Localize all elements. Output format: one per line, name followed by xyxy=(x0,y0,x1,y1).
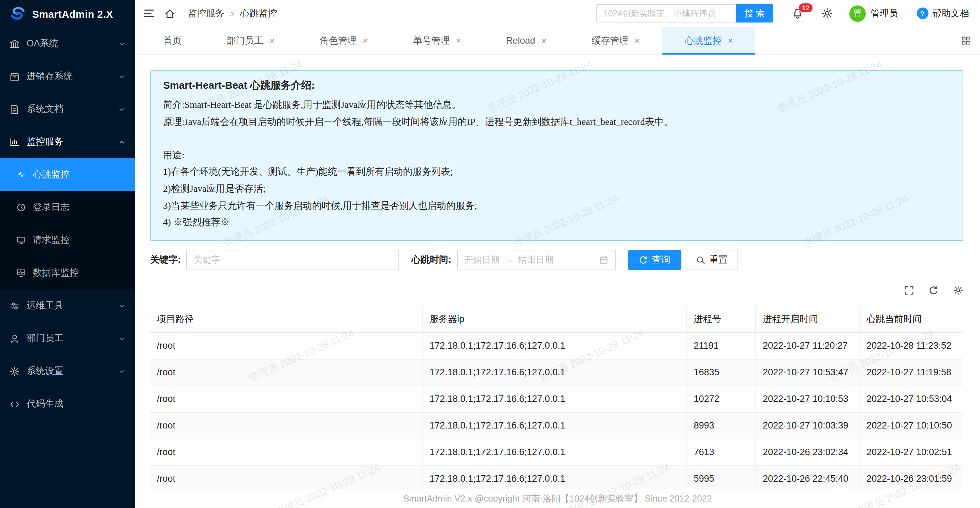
intro-line: 原理:Java后端会在项目启动的时候开启一个线程,每隔一段时间将该应用的IP、进… xyxy=(163,114,950,130)
user-menu[interactable]: 管 管理员 xyxy=(850,5,898,21)
cell-process-id: 21191 xyxy=(687,333,756,359)
tab-close-icon[interactable]: × xyxy=(635,36,640,45)
help-label: 帮助文档 xyxy=(932,7,969,19)
tab-home[interactable]: 首页 xyxy=(140,27,204,54)
header-settings-button[interactable] xyxy=(821,8,833,19)
cell-project-path: /root xyxy=(150,439,422,466)
query-button-label: 查询 xyxy=(652,254,670,266)
range-arrow: → xyxy=(504,255,513,265)
global-search: 搜 索 xyxy=(597,4,773,22)
sidebar-item-settings[interactable]: 系统设置 xyxy=(0,355,135,388)
logo-text: SmartAdmin 2.X xyxy=(32,8,113,19)
inventory-icon xyxy=(10,71,20,81)
sidebar-item-label: 运维工具 xyxy=(27,299,111,312)
reset-button[interactable]: 重置 xyxy=(685,250,738,270)
tab-heartbeat[interactable]: 心跳监控 × xyxy=(662,27,756,54)
fullscreen-button[interactable] xyxy=(904,285,914,295)
heartbeat-time-range-picker[interactable]: 开始日期 → 结束日期 xyxy=(457,250,616,270)
cell-process-start-time: 2022-10-26 22:45:40 xyxy=(756,466,859,492)
chevron-down-icon xyxy=(118,302,126,309)
cell-process-id: 7613 xyxy=(687,439,756,466)
codegen-icon xyxy=(10,399,20,409)
cell-project-path: /root xyxy=(150,386,422,412)
sidebar-item-ops[interactable]: 运维工具 xyxy=(0,289,135,322)
breadcrumb-separator: > xyxy=(230,8,235,18)
tab-role-mgmt[interactable]: 角色管理 × xyxy=(297,27,390,54)
tab-list-button[interactable] xyxy=(960,35,970,46)
tab-dept-staff[interactable]: 部门员工 × xyxy=(204,27,297,54)
intro-title: Smart-Heart-Beat 心跳服务介绍: xyxy=(163,79,950,92)
sidebar-item-codegen[interactable]: 代码生成 xyxy=(0,388,135,420)
tab-label: 角色管理 xyxy=(320,35,356,47)
chevron-up-icon xyxy=(118,138,126,146)
cell-project-path: /root xyxy=(150,466,422,492)
table-row: /root 172.18.0.1;172.17.16.6;127.0.0.1 7… xyxy=(150,439,963,466)
tab-label: 心跳监控 xyxy=(685,35,722,47)
refresh-icon xyxy=(638,255,648,265)
sidebar-item-docs[interactable]: 系统文档 xyxy=(0,93,135,126)
query-button[interactable]: 查询 xyxy=(628,250,681,270)
user-name: 管理员 xyxy=(870,7,898,19)
notifications-button[interactable]: 12 xyxy=(791,7,803,19)
building-icon xyxy=(10,38,20,49)
tab-close-icon[interactable]: × xyxy=(456,36,461,45)
breadcrumb-current: 心跳监控 xyxy=(240,7,277,19)
cell-project-path: /root xyxy=(150,333,422,359)
keyword-input[interactable] xyxy=(186,250,399,270)
search-input[interactable] xyxy=(597,4,737,22)
tab-reload[interactable]: Reload × xyxy=(484,27,569,54)
sidebar-subitem-db-monitor[interactable]: 数据库监控 xyxy=(0,256,135,289)
tab-close-icon[interactable]: × xyxy=(269,36,275,45)
tab-label: 单号管理 xyxy=(413,35,450,47)
staff-icon xyxy=(10,333,20,344)
column-settings-button[interactable] xyxy=(953,285,963,295)
chevron-down-icon xyxy=(118,40,126,48)
sidebar-subitem-login-log[interactable]: 登录日志 xyxy=(0,191,135,224)
tab-label: 部门员工 xyxy=(226,35,263,47)
refresh-icon xyxy=(928,285,939,295)
sidebar-item-oa[interactable]: OA系统 xyxy=(0,27,135,60)
sidebar-item-staff[interactable]: 部门员工 xyxy=(0,322,135,355)
smartadmin-logo-icon xyxy=(9,5,27,22)
sidebar-subitem-heartbeat[interactable]: 心跳监控 xyxy=(0,158,135,191)
table-row: /root 172.18.0.1;172.17.16.6;127.0.0.1 5… xyxy=(150,466,963,492)
intro-line: 2)检测Java应用是否存活; xyxy=(163,181,950,197)
sidebar-item-inventory[interactable]: 进销存系统 xyxy=(0,60,135,93)
col-header-heartbeat-time: 心跳当前时间 xyxy=(859,306,963,333)
heartbeat-time-label: 心跳时间: xyxy=(411,254,451,266)
cell-heartbeat-time: 2022-10-27 10:10:50 xyxy=(859,412,963,439)
gear-icon xyxy=(953,285,963,295)
tab-label: 首页 xyxy=(163,35,181,47)
logo[interactable]: SmartAdmin 2.X xyxy=(0,0,135,27)
date-end-placeholder[interactable]: 结束日期 xyxy=(518,254,554,266)
sidebar-item-monitor[interactable]: 监控服务 xyxy=(0,126,135,158)
sidebar-subitem-label: 数据库监控 xyxy=(33,267,79,279)
cell-process-start-time: 2022-10-27 10:53:47 xyxy=(756,359,859,386)
cell-process-start-time: 2022-10-27 10:10:53 xyxy=(756,386,859,412)
sidebar-item-label: 系统设置 xyxy=(27,365,111,377)
tab-cache-mgmt[interactable]: 缓存管理 × xyxy=(569,27,662,54)
search-icon xyxy=(695,255,705,265)
breadcrumb-section[interactable]: 监控服务 xyxy=(188,7,224,19)
date-start-placeholder[interactable]: 开始日期 xyxy=(464,254,500,266)
search-submit-button[interactable]: 搜 索 xyxy=(737,4,773,22)
help-icon: ? xyxy=(916,8,928,19)
table-header-row: 项目路径 服务器ip 进程号 进程开启时间 心跳当前时间 xyxy=(150,306,963,333)
login-log-icon xyxy=(16,203,26,212)
home-button[interactable] xyxy=(164,8,175,19)
heartbeat-intro-box: Smart-Heart-Beat 心跳服务介绍: 简介:Smart-Heart-… xyxy=(150,70,963,241)
tab-close-icon[interactable]: × xyxy=(363,36,368,45)
sidebar-subitem-request-monitor[interactable]: 请求监控 xyxy=(0,224,135,256)
tab-close-icon[interactable]: × xyxy=(728,36,733,45)
tab-order-no[interactable]: 单号管理 × xyxy=(390,27,484,54)
filter-bar: 关键字: 心跳时间: 开始日期 → 结束日期 查询 重置 xyxy=(150,250,963,270)
help-button[interactable]: ? 帮助文档 xyxy=(916,7,969,19)
cell-server-ip: 172.18.0.1;172.17.16.6;127.0.0.1 xyxy=(422,333,686,359)
cell-server-ip: 172.18.0.1;172.17.16.6;127.0.0.1 xyxy=(422,386,686,412)
table-refresh-button[interactable] xyxy=(928,285,939,295)
tab-close-icon[interactable]: × xyxy=(541,36,546,45)
sidebar-collapse-button[interactable] xyxy=(143,8,155,19)
col-header-server-ip: 服务器ip xyxy=(422,306,686,333)
table-row: /root 172.18.0.1;172.17.16.6;127.0.0.1 1… xyxy=(150,386,963,412)
cell-process-start-time: 2022-10-27 10:03:39 xyxy=(756,412,859,439)
